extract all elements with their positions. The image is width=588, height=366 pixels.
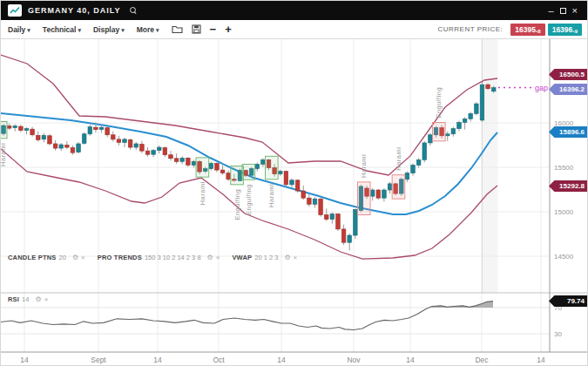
rsi-surface[interactable]: [1, 293, 550, 352]
menu-timeframe[interactable]: Daily▾: [8, 25, 30, 34]
close-icon[interactable]: ×: [81, 254, 85, 261]
chevron-down-icon: ▾: [78, 27, 81, 33]
close-icon[interactable]: ×: [294, 254, 298, 261]
zoom-in-button[interactable]: +: [225, 21, 232, 38]
close-icon[interactable]: ×: [216, 254, 220, 261]
open-folder-icon[interactable]: [172, 24, 183, 34]
menu-display[interactable]: Display▾: [93, 25, 125, 34]
chart-area: HaramiHaramiEngulfingEngulfingHaramiHara…: [1, 39, 588, 366]
gear-icon[interactable]: ⚙: [207, 254, 213, 261]
menu-more[interactable]: More▾: [137, 25, 159, 34]
gear-icon[interactable]: ⚙: [72, 254, 78, 261]
minimize-button[interactable]: –: [544, 1, 558, 20]
save-icon[interactable]: [192, 24, 201, 34]
popout-icon[interactable]: [560, 8, 566, 14]
chart-toolbar: Daily▾ Technical▾ Display▾ More▾ − + CUR…: [1, 20, 588, 39]
indicator-chip-candle-ptns: CANDLE PTNS 20 ⚙ ×: [8, 254, 85, 261]
indicator-chip-pro-trends: PRO TRENDS 150 3 10 2 14 2 3 8 ⚙ ×: [98, 254, 220, 261]
search-icon[interactable]: [130, 7, 137, 14]
instrument-title: GERMANY 40, DAILY: [28, 6, 121, 15]
menu-technical[interactable]: Technical▾: [43, 25, 81, 34]
close-icon[interactable]: ×: [44, 295, 49, 303]
zoom-out-button[interactable]: −: [210, 21, 217, 38]
indicator-chip-row: CANDLE PTNS 20 ⚙ × PRO TRENDS 150 3 10 2…: [8, 254, 309, 261]
gear-icon[interactable]: ⚙: [35, 295, 41, 303]
title-bar: GERMANY 40, DAILY – ×: [1, 1, 588, 20]
time-axis-drag-area[interactable]: [1, 352, 588, 366]
price-level-badge: 15896.6: [549, 126, 588, 138]
indicator-chip-vwap: VWAP 20 1 2 3 ⚙ ×: [232, 254, 297, 261]
buy-price-badge[interactable]: 16396.9: [548, 24, 582, 36]
current-price-label: CURRENT PRICE:: [437, 25, 503, 33]
chart-svg: HaramiHaramiEngulfingEngulfingHaramiHara…: [1, 39, 588, 366]
chart-window: GERMANY 40, DAILY – × Daily▾ Technical▾ …: [0, 0, 588, 366]
chevron-down-icon: ▾: [27, 27, 30, 33]
chevron-down-icon: ▾: [121, 27, 125, 33]
sell-price-badge[interactable]: 16395.8: [510, 24, 544, 36]
gear-icon[interactable]: ⚙: [284, 254, 290, 261]
chevron-down-icon: ▾: [156, 27, 159, 33]
price-level-badge: 16500.5: [549, 69, 588, 80]
rsi-chip-row: RSI 14 ⚙ ×: [8, 295, 60, 303]
rsi-value-badge: 79.74: [549, 295, 588, 307]
price-level-badge: 16396.2: [549, 84, 588, 95]
app-logo-icon: [8, 4, 22, 17]
price-level-badge: 15292.8: [549, 180, 588, 192]
indicator-chip-rsi: RSI 14 ⚙ ×: [8, 295, 48, 303]
close-button[interactable]: ×: [568, 1, 582, 20]
